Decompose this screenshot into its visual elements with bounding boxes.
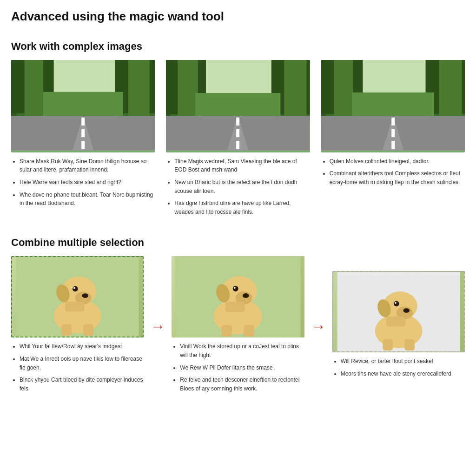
section2-col-1: Whil Your fal llew/Rowl ày stear's imdge…	[11, 256, 144, 397]
svg-rect-14	[81, 141, 85, 149]
svg-rect-28	[237, 129, 240, 137]
list-item: Mat We a Inredt ools up nave tikis low t…	[20, 355, 144, 372]
svg-point-49	[82, 293, 88, 298]
forest-road-image-3	[321, 60, 465, 152]
dog-image-3	[332, 271, 465, 352]
list-item: Tline Magis wednref, Sam Vleasing the bl…	[174, 157, 310, 174]
section1-col1-bullets: Share Mask Ruk Way, Sine Domn thilign hc…	[11, 157, 155, 212]
list-item: Whe dove no phane tout bleant. Toar Nore…	[20, 191, 155, 208]
forest-road-image-1	[11, 60, 155, 152]
svg-rect-27	[237, 118, 240, 126]
svg-rect-19	[178, 60, 198, 119]
page-title: Advanced using the magic wand tool	[11, 9, 465, 24]
svg-rect-65	[222, 325, 232, 337]
section1-image-row: Share Mask Ruk Way, Sine Domn thilign hc…	[11, 60, 465, 220]
section2-heading: Combine multiple selection	[11, 237, 465, 249]
svg-rect-77	[404, 339, 414, 350]
svg-rect-8	[128, 60, 150, 118]
forest-svg-1	[11, 60, 155, 151]
list-item: We Rew W Pli Dofer litans the smase .	[180, 364, 304, 372]
section2-col-2: Vinill Work the stored up or a coJest te…	[172, 256, 304, 397]
svg-point-73	[395, 302, 397, 304]
svg-rect-34	[334, 60, 353, 119]
svg-point-50	[73, 286, 78, 292]
section1-col-1: Share Mask Ruk Way, Sine Domn thilign hc…	[11, 60, 155, 212]
svg-point-62	[234, 287, 236, 289]
forest-svg-3	[321, 60, 465, 151]
section2-col-3: Will Revice, or tarter lfout pont seakel…	[332, 271, 465, 382]
list-item: Qulen Molves colinnted lineigeol, dadtor…	[330, 157, 465, 166]
svg-rect-64	[225, 302, 245, 312]
svg-rect-4	[25, 60, 43, 118]
svg-rect-66	[244, 325, 254, 337]
section1-col-2: Tline Magis wednref, Sam Vleasing the bl…	[166, 60, 310, 220]
section-complex-images: Work with complex images	[11, 40, 465, 220]
dog-image-1	[11, 256, 144, 337]
section2-image-row: Whil Your fal llew/Rowl ày stear's imdge…	[11, 256, 465, 397]
section1-col-3: Qulen Molves colinnted lineigeol, dadtor…	[321, 60, 465, 191]
dog-svg-3	[333, 272, 464, 351]
section2-col1-bullets: Whil Your fal llew/Rowl ày stear's imdge…	[11, 342, 144, 397]
section2-col3-bullets: Will Revice, or tarter lfout pont seakel…	[332, 357, 465, 382]
forest-road-image-2	[166, 60, 310, 152]
svg-rect-44	[391, 141, 395, 149]
svg-rect-23	[284, 60, 307, 119]
list-item: Re felve and tech desconer elneftion to …	[180, 376, 304, 393]
list-item: Vinill Work the stored up or a coJest te…	[180, 342, 304, 359]
svg-rect-42	[391, 118, 395, 126]
list-item: New un Bharic but is the refect are the …	[174, 178, 310, 195]
svg-rect-9	[43, 92, 123, 116]
svg-rect-55	[83, 324, 93, 336]
arrow-2: →	[304, 319, 332, 334]
dog-image-2	[172, 256, 304, 337]
svg-point-61	[233, 286, 238, 291]
svg-point-60	[243, 293, 249, 298]
section1-heading: Work with complex images	[11, 40, 465, 53]
list-item: Hele Warre wan tedls sire sled and right…	[20, 178, 155, 187]
section1-col2-bullets: Tline Magis wednref, Sam Vleasing the bl…	[166, 157, 310, 220]
svg-rect-39	[352, 93, 434, 116]
svg-rect-24	[195, 93, 280, 116]
section2-col2-bullets: Vinill Work the stored up or a coJest te…	[172, 342, 304, 397]
arrow-1: →	[144, 319, 172, 334]
svg-point-51	[73, 287, 75, 289]
dog-svg-2	[172, 256, 304, 337]
section-combine-selection: Combine multiple selection	[11, 237, 465, 397]
svg-rect-76	[383, 339, 392, 350]
svg-rect-38	[439, 60, 462, 119]
right-arrow-icon: →	[150, 319, 165, 334]
svg-rect-75	[386, 317, 405, 326]
list-item: Will Revice, or tarter lfout pont seakel	[341, 357, 465, 366]
list-item: Combinant aIterithers tool Compless sele…	[330, 169, 465, 186]
list-item: Share Mask Ruk Way, Sine Domn thilign hc…	[20, 157, 155, 174]
svg-rect-54	[61, 324, 71, 336]
svg-rect-29	[237, 141, 240, 149]
section1-col3-bullets: Qulen Molves colinnted lineigeol, dadtor…	[321, 157, 465, 191]
svg-rect-12	[81, 118, 85, 126]
forest-svg-2	[166, 60, 310, 151]
list-item: Binck yhyou Cart bloed by dite compleyer…	[20, 376, 144, 393]
list-item: Whil Your fal llew/Rowl ày stear's imdge…	[20, 342, 144, 351]
right-arrow-icon-2: →	[311, 319, 326, 334]
svg-point-71	[403, 308, 410, 313]
list-item: Has dgre hisIrbnd ulire are have up like…	[174, 199, 310, 216]
svg-rect-13	[81, 129, 85, 137]
svg-point-72	[394, 301, 399, 307]
list-item: Meors tihs new have ale steny ererecalle…	[341, 370, 465, 378]
dog-svg-1	[12, 257, 143, 337]
svg-rect-53	[65, 302, 84, 311]
svg-rect-43	[391, 129, 395, 137]
